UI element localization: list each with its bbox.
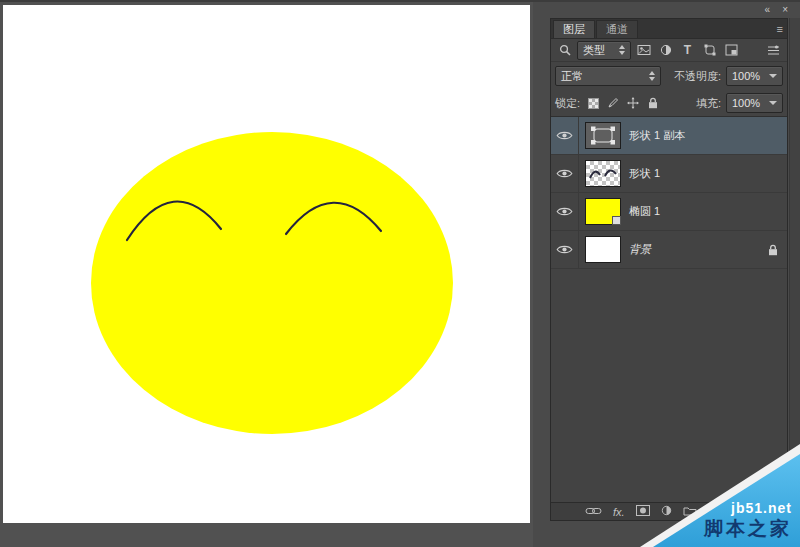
visibility-toggle[interactable] [551, 155, 579, 192]
right-dock: « × 图层 通道 ≡ 类型 [533, 2, 800, 547]
eye-icon [556, 244, 573, 255]
layer-thumbnail[interactable] [585, 160, 621, 187]
layer-name[interactable]: 形状 1 [629, 166, 660, 181]
filter-adjustment-layers-icon[interactable] [656, 42, 675, 59]
layer-row-background[interactable]: 背景 [551, 231, 787, 269]
add-layer-mask-icon[interactable] [636, 505, 650, 518]
visibility-toggle[interactable] [551, 193, 579, 230]
lock-transparency-icon[interactable] [585, 95, 601, 112]
filter-type-dropdown[interactable]: 类型 [577, 41, 631, 60]
fill-label: 填充: [696, 96, 721, 111]
link-layers-icon[interactable] [585, 506, 602, 518]
fill-value: 100% [732, 97, 760, 109]
opacity-label: 不透明度: [674, 69, 721, 84]
fill-dropdown[interactable]: 100% [726, 93, 783, 113]
eye-icon [556, 168, 573, 179]
photoshop-window: « × 图层 通道 ≡ 类型 [0, 0, 800, 547]
close-icon[interactable]: × [782, 5, 788, 15]
filter-pixel-layers-icon[interactable] [634, 42, 653, 59]
layer-thumbnail[interactable] [585, 236, 621, 263]
filter-toggle-icon[interactable] [764, 42, 783, 59]
blend-mode-row: 正常 不透明度: 100% [551, 62, 787, 90]
opacity-dropdown[interactable]: 100% [726, 66, 783, 86]
new-adjustment-layer-icon[interactable] [661, 505, 672, 518]
visibility-toggle[interactable] [551, 117, 579, 154]
document-canvas[interactable] [3, 5, 530, 523]
collapse-panels-icon[interactable]: « [765, 5, 771, 15]
filter-type-label: 类型 [583, 43, 605, 58]
layers-panel: 图层 通道 ≡ 类型 T [550, 18, 788, 521]
layer-name[interactable]: 背景 [629, 242, 651, 257]
filter-smart-objects-icon[interactable] [722, 42, 741, 59]
panel-menu-icon[interactable]: ≡ [777, 23, 783, 35]
search-icon [555, 42, 574, 59]
layer-row-shape1-copy[interactable]: 形状 1 副本 [551, 117, 787, 155]
tab-channels[interactable]: 通道 [596, 20, 638, 38]
canvas-artwork [3, 5, 530, 523]
lock-row: 锁定: 填充: 100% [551, 90, 787, 117]
lock-position-move-icon[interactable] [625, 95, 641, 112]
layer-name[interactable]: 形状 1 副本 [629, 128, 685, 143]
layer-row-ellipse1[interactable]: 椭圆 1 [551, 193, 787, 231]
lock-all-icon[interactable] [645, 95, 661, 112]
lock-icon [768, 244, 778, 258]
lock-pixels-brush-icon[interactable] [605, 95, 621, 112]
filter-type-layers-icon[interactable]: T [678, 42, 697, 59]
chevron-down-icon [769, 74, 777, 78]
yellow-ellipse [91, 132, 453, 434]
eye-icon [556, 206, 573, 217]
blend-mode-value: 正常 [561, 69, 583, 84]
blend-mode-dropdown[interactable]: 正常 [555, 66, 661, 86]
layer-name[interactable]: 椭圆 1 [629, 204, 660, 219]
dropdown-arrows-icon [649, 71, 655, 81]
lock-label: 锁定: [555, 96, 580, 111]
layer-style-fx-icon[interactable]: fx. [613, 506, 625, 518]
dropdown-arrows-icon [619, 45, 625, 55]
layer-thumbnail[interactable] [585, 122, 621, 149]
chevron-down-icon [769, 101, 777, 105]
layer-thumbnail[interactable] [585, 198, 621, 225]
layer-list: 形状 1 副本 形状 1 [551, 117, 787, 502]
vector-mask-badge [612, 216, 621, 225]
dock-header: « × [533, 2, 800, 18]
opacity-value: 100% [732, 70, 760, 82]
watermark-site-name: 脚本之家 [704, 516, 792, 542]
lock-icons [585, 95, 661, 112]
filter-shape-layers-icon[interactable] [700, 42, 719, 59]
visibility-toggle[interactable] [551, 231, 579, 268]
eye-icon [556, 130, 573, 141]
layer-filter-row: 类型 T [551, 39, 787, 62]
watermark-site-url: jb51.net [731, 500, 792, 516]
panel-tab-bar: 图层 通道 ≡ [551, 19, 787, 39]
tab-layers[interactable]: 图层 [553, 20, 595, 38]
layer-row-shape1[interactable]: 形状 1 [551, 155, 787, 193]
